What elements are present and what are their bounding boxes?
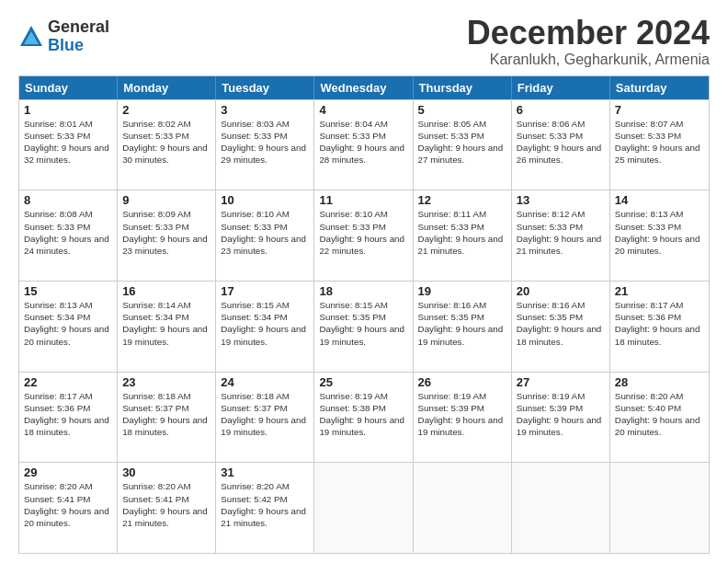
cal-cell-0-4: 5 Sunrise: 8:05 AMSunset: 5:33 PMDayligh…: [414, 100, 512, 190]
cal-cell-0-0: 1 Sunrise: 8:01 AMSunset: 5:33 PMDayligh…: [19, 100, 118, 190]
cell-text: Sunrise: 8:05 AMSunset: 5:33 PMDaylight:…: [418, 118, 506, 167]
cell-text: Sunrise: 8:13 AMSunset: 5:34 PMDaylight:…: [24, 299, 112, 348]
cal-cell-4-5: [512, 463, 610, 553]
cal-cell-4-1: 30 Sunrise: 8:20 AMSunset: 5:41 PMDaylig…: [118, 463, 216, 553]
cal-cell-1-0: 8 Sunrise: 8:08 AMSunset: 5:33 PMDayligh…: [19, 190, 118, 281]
cal-cell-2-6: 21 Sunrise: 8:17 AMSunset: 5:36 PMDaylig…: [610, 282, 709, 372]
cell-text: Sunrise: 8:18 AMSunset: 5:37 PMDaylight:…: [122, 390, 210, 439]
cal-cell-0-6: 7 Sunrise: 8:07 AMSunset: 5:33 PMDayligh…: [610, 100, 709, 190]
day-number: 24: [221, 375, 309, 389]
cal-cell-2-3: 18 Sunrise: 8:15 AMSunset: 5:35 PMDaylig…: [314, 282, 413, 372]
day-number: 20: [517, 284, 605, 298]
cal-cell-4-4: [414, 463, 512, 553]
week-row-3: 15 Sunrise: 8:13 AMSunset: 5:34 PMDaylig…: [19, 281, 709, 372]
cell-text: Sunrise: 8:16 AMSunset: 5:35 PMDaylight:…: [517, 299, 605, 348]
cell-text: Sunrise: 8:04 AMSunset: 5:33 PMDaylight:…: [319, 118, 407, 167]
cal-cell-2-1: 16 Sunrise: 8:14 AMSunset: 5:34 PMDaylig…: [118, 282, 216, 372]
cal-cell-3-2: 24 Sunrise: 8:18 AMSunset: 5:37 PMDaylig…: [216, 373, 314, 463]
day-number: 11: [319, 193, 407, 207]
day-number: 13: [517, 193, 605, 207]
calendar-header: Sunday Monday Tuesday Wednesday Thursday…: [19, 76, 709, 99]
day-number: 17: [221, 284, 309, 298]
header-thursday: Thursday: [414, 76, 512, 99]
cell-text: Sunrise: 8:03 AMSunset: 5:33 PMDaylight:…: [221, 118, 309, 167]
cal-cell-3-3: 25 Sunrise: 8:19 AMSunset: 5:38 PMDaylig…: [314, 373, 413, 463]
header-tuesday: Tuesday: [216, 76, 314, 99]
header-saturday: Saturday: [610, 76, 709, 99]
day-number: 31: [221, 465, 309, 479]
cell-text: Sunrise: 8:19 AMSunset: 5:39 PMDaylight:…: [418, 390, 506, 439]
cell-text: Sunrise: 8:16 AMSunset: 5:35 PMDaylight:…: [418, 299, 506, 348]
cal-cell-2-0: 15 Sunrise: 8:13 AMSunset: 5:34 PMDaylig…: [19, 282, 118, 372]
cal-cell-1-1: 9 Sunrise: 8:09 AMSunset: 5:33 PMDayligh…: [118, 190, 216, 281]
day-number: 27: [517, 375, 605, 389]
cal-cell-1-4: 12 Sunrise: 8:11 AMSunset: 5:33 PMDaylig…: [414, 190, 512, 281]
week-row-4: 22 Sunrise: 8:17 AMSunset: 5:36 PMDaylig…: [19, 372, 709, 463]
cal-cell-3-0: 22 Sunrise: 8:17 AMSunset: 5:36 PMDaylig…: [19, 373, 118, 463]
cell-text: Sunrise: 8:14 AMSunset: 5:34 PMDaylight:…: [122, 299, 210, 348]
day-number: 29: [24, 465, 112, 479]
cell-text: Sunrise: 8:20 AMSunset: 5:41 PMDaylight:…: [24, 480, 112, 529]
day-number: 21: [615, 284, 704, 298]
day-number: 3: [221, 103, 309, 117]
day-number: 19: [418, 284, 506, 298]
day-number: 7: [615, 103, 704, 117]
day-number: 28: [615, 375, 704, 389]
header-friday: Friday: [512, 76, 610, 99]
day-number: 8: [24, 193, 112, 207]
cell-text: Sunrise: 8:11 AMSunset: 5:33 PMDaylight:…: [418, 208, 506, 257]
header-monday: Monday: [118, 76, 216, 99]
day-number: 4: [319, 103, 407, 117]
cell-text: Sunrise: 8:19 AMSunset: 5:38 PMDaylight:…: [319, 390, 407, 439]
header-wednesday: Wednesday: [314, 76, 413, 99]
logo-icon: [18, 24, 44, 50]
day-number: 10: [221, 193, 309, 207]
cal-cell-2-4: 19 Sunrise: 8:16 AMSunset: 5:35 PMDaylig…: [414, 282, 512, 372]
cell-text: Sunrise: 8:09 AMSunset: 5:33 PMDaylight:…: [122, 208, 210, 257]
day-number: 30: [122, 465, 210, 479]
cal-cell-4-3: [314, 463, 413, 553]
cell-text: Sunrise: 8:02 AMSunset: 5:33 PMDaylight:…: [122, 118, 210, 167]
cal-cell-0-5: 6 Sunrise: 8:06 AMSunset: 5:33 PMDayligh…: [512, 100, 610, 190]
day-number: 16: [122, 284, 210, 298]
day-number: 22: [24, 375, 112, 389]
cell-text: Sunrise: 8:17 AMSunset: 5:36 PMDaylight:…: [615, 299, 704, 348]
logo-blue-text: Blue: [48, 37, 109, 55]
cal-cell-0-2: 3 Sunrise: 8:03 AMSunset: 5:33 PMDayligh…: [216, 100, 314, 190]
cell-text: Sunrise: 8:18 AMSunset: 5:37 PMDaylight:…: [221, 390, 309, 439]
cell-text: Sunrise: 8:10 AMSunset: 5:33 PMDaylight:…: [221, 208, 309, 257]
week-row-1: 1 Sunrise: 8:01 AMSunset: 5:33 PMDayligh…: [19, 99, 709, 190]
week-row-2: 8 Sunrise: 8:08 AMSunset: 5:33 PMDayligh…: [19, 190, 709, 281]
cell-text: Sunrise: 8:17 AMSunset: 5:36 PMDaylight:…: [24, 390, 112, 439]
day-number: 18: [319, 284, 407, 298]
cal-cell-0-1: 2 Sunrise: 8:02 AMSunset: 5:33 PMDayligh…: [118, 100, 216, 190]
day-number: 25: [319, 375, 407, 389]
day-number: 12: [418, 193, 506, 207]
day-number: 6: [517, 103, 605, 117]
cal-cell-3-6: 28 Sunrise: 8:20 AMSunset: 5:40 PMDaylig…: [610, 373, 709, 463]
cal-cell-4-6: [610, 463, 709, 553]
calendar-body: 1 Sunrise: 8:01 AMSunset: 5:33 PMDayligh…: [19, 99, 709, 553]
cell-text: Sunrise: 8:12 AMSunset: 5:33 PMDaylight:…: [517, 208, 605, 257]
cal-cell-2-5: 20 Sunrise: 8:16 AMSunset: 5:35 PMDaylig…: [512, 282, 610, 372]
cell-text: Sunrise: 8:20 AMSunset: 5:41 PMDaylight:…: [122, 480, 210, 529]
logo: General Blue: [18, 18, 109, 55]
cal-cell-1-6: 14 Sunrise: 8:13 AMSunset: 5:33 PMDaylig…: [610, 190, 709, 281]
page: General Blue December 2024 Karanlukh, Ge…: [0, 0, 728, 563]
day-number: 9: [122, 193, 210, 207]
cell-text: Sunrise: 8:15 AMSunset: 5:34 PMDaylight:…: [221, 299, 309, 348]
month-title: December 2024: [467, 15, 710, 52]
day-number: 1: [24, 103, 112, 117]
cell-text: Sunrise: 8:13 AMSunset: 5:33 PMDaylight:…: [615, 208, 704, 257]
cal-cell-2-2: 17 Sunrise: 8:15 AMSunset: 5:34 PMDaylig…: [216, 282, 314, 372]
cal-cell-3-1: 23 Sunrise: 8:18 AMSunset: 5:37 PMDaylig…: [118, 373, 216, 463]
cell-text: Sunrise: 8:06 AMSunset: 5:33 PMDaylight:…: [517, 118, 605, 167]
cal-cell-4-2: 31 Sunrise: 8:20 AMSunset: 5:42 PMDaylig…: [216, 463, 314, 553]
title-area: December 2024 Karanlukh, Gegharkunik, Ar…: [467, 15, 710, 68]
cell-text: Sunrise: 8:19 AMSunset: 5:39 PMDaylight:…: [517, 390, 605, 439]
cal-cell-3-4: 26 Sunrise: 8:19 AMSunset: 5:39 PMDaylig…: [414, 373, 512, 463]
cal-cell-0-3: 4 Sunrise: 8:04 AMSunset: 5:33 PMDayligh…: [314, 100, 413, 190]
day-number: 14: [615, 193, 704, 207]
day-number: 15: [24, 284, 112, 298]
week-row-5: 29 Sunrise: 8:20 AMSunset: 5:41 PMDaylig…: [19, 462, 709, 553]
